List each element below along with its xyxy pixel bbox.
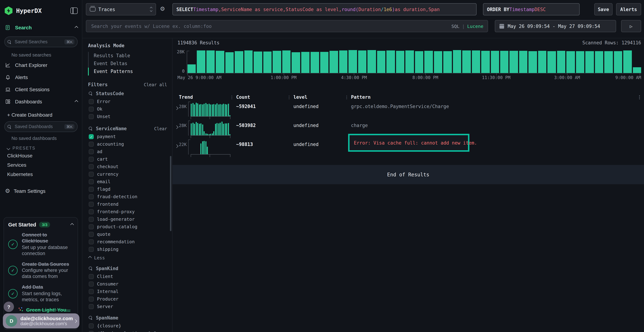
filter-option-quote[interactable]: quote — [88, 230, 167, 238]
event-search-input[interactable] — [90, 23, 448, 29]
highlighted-pattern-box[interactable]: Error: Visa cache full: cannot add new i… — [348, 134, 470, 152]
search-icon[interactable] — [89, 316, 93, 320]
chevron-up-icon[interactable] — [70, 223, 74, 226]
filter-option-flagd-evaluation[interactable]: /flagd.evaluation.v1.Se… — [88, 330, 167, 332]
create-dashboard-button[interactable]: + Create Dashboard — [4, 108, 78, 118]
filter-option-payment[interactable]: ✓payment — [88, 133, 167, 140]
filter-option-product-catalog[interactable]: product-catalog — [88, 223, 167, 230]
clear-all-link[interactable]: Clear all — [144, 82, 167, 87]
sidebar-collapse-icon[interactable] — [70, 8, 78, 14]
filter-option-currency[interactable]: currency — [88, 170, 167, 178]
expand-chevron-icon[interactable] — [175, 144, 178, 148]
checkbox[interactable] — [89, 247, 94, 252]
query-language-toggle[interactable]: SQL | Lucene — [451, 24, 483, 29]
filter-option-client[interactable]: Client — [88, 272, 167, 280]
filter-option-email[interactable]: email — [88, 178, 167, 185]
expand-chevron-icon[interactable] — [175, 126, 178, 129]
filter-option-shipping[interactable]: shipping — [88, 246, 167, 253]
column-header-trend[interactable]: Trend — [179, 94, 193, 100]
filter-option-load-generator[interactable]: load-generator — [88, 215, 167, 223]
event-search-bar[interactable]: SQL | Lucene — [86, 20, 488, 32]
run-query-button[interactable]: ▷ — [621, 20, 641, 32]
filter-option-ok[interactable]: Ok — [88, 105, 167, 113]
filter-option-recommendation[interactable]: recommendation — [88, 238, 167, 246]
results-histogram[interactable]: 28K 0 — [187, 50, 641, 73]
checkbox[interactable] — [89, 99, 94, 104]
checkbox[interactable] — [89, 172, 94, 176]
filter-option-ad[interactable]: ad — [88, 148, 167, 155]
lucene-toggle[interactable]: Lucene — [467, 24, 483, 29]
checkbox[interactable] — [89, 232, 94, 237]
column-header-level[interactable]: level — [294, 94, 307, 100]
column-header-count[interactable]: Count — [236, 94, 250, 100]
expand-chevron-icon[interactable] — [175, 106, 178, 110]
clear-link[interactable]: Clear — [154, 126, 167, 131]
saved-searches-field[interactable] — [14, 39, 64, 45]
checkbox[interactable] — [89, 164, 94, 169]
mode-results-table[interactable]: Results Table — [89, 52, 167, 60]
column-header-pattern[interactable]: Pattern — [351, 94, 371, 100]
sidebar-item-alerts[interactable]: Alerts — [4, 71, 78, 83]
saved-dashboards-input[interactable]: ⌘K — [4, 121, 78, 132]
checkbox[interactable] — [89, 289, 94, 294]
checkbox[interactable] — [89, 179, 94, 184]
filter-option-flagd[interactable]: flagd — [88, 185, 167, 193]
order-by-editor[interactable]: ORDER BY Timestamp DESC — [483, 3, 580, 16]
search-icon[interactable] — [89, 127, 93, 130]
sidebar-item-chart-explorer[interactable]: Chart Explorer — [4, 59, 78, 71]
sql-select-editor[interactable]: SELECT Timestamp, ServiceName as service… — [172, 3, 476, 16]
checkbox[interactable] — [89, 323, 94, 328]
filter-option-cart[interactable]: cart — [88, 155, 167, 163]
show-less-toggle[interactable]: Less — [89, 254, 167, 262]
mode-event-patterns[interactable]: Event Patterns — [89, 68, 167, 76]
table-menu-icon[interactable]: ⋮ — [637, 94, 642, 100]
checkbox[interactable] — [89, 304, 94, 309]
sql-toggle[interactable]: SQL — [451, 24, 460, 29]
checkbox[interactable] — [89, 274, 94, 279]
checkbox[interactable] — [89, 186, 94, 192]
checkbox[interactable] — [89, 224, 94, 229]
filter-option-frontend-proxy[interactable]: frontend-proxy — [88, 208, 167, 215]
checkbox[interactable] — [89, 239, 94, 244]
checkbox[interactable] — [89, 331, 94, 332]
alerts-button[interactable]: Alerts — [616, 3, 641, 16]
mode-event-deltas[interactable]: Event Deltas — [89, 60, 167, 68]
sidebar-item-team-settings[interactable]: ⚙ Team Settings — [4, 188, 78, 194]
chevron-up-icon[interactable] — [74, 100, 78, 104]
filter-option-checkout[interactable]: checkout — [88, 163, 167, 170]
checkbox-checked[interactable]: ✓ — [89, 134, 94, 139]
preset-item-services[interactable]: Services — [4, 160, 78, 170]
filter-option-frontend[interactable]: frontend — [88, 200, 167, 208]
time-range-picker[interactable]: May 26 09:09:54 - May 27 09:09:54 — [495, 20, 616, 32]
checkbox[interactable] — [89, 156, 94, 162]
help-button[interactable]: ? — [4, 302, 14, 312]
checkbox[interactable] — [89, 216, 94, 222]
checkbox[interactable] — [89, 106, 94, 112]
checkbox[interactable] — [89, 282, 94, 286]
filter-option-internal[interactable]: Internal — [88, 288, 167, 295]
filter-option-server[interactable]: Server — [88, 303, 167, 310]
sidebar-item-client-sessions[interactable]: Client Sessions — [4, 83, 78, 96]
search-icon[interactable] — [89, 266, 93, 270]
source-select[interactable]: Traces — [86, 3, 156, 16]
filter-option-error[interactable]: Error — [88, 98, 167, 105]
saved-searches-input[interactable]: ⌘K — [4, 36, 78, 47]
save-button[interactable]: Save — [594, 3, 612, 16]
filter-option-producer[interactable]: Producer — [88, 295, 167, 303]
checkbox[interactable] — [89, 194, 94, 199]
preset-item-clickhouse[interactable]: ClickHouse — [4, 151, 78, 160]
scrollbar-thumb[interactable] — [170, 156, 172, 231]
checklist-item[interactable]: ✓ Connect to ClickHouse Set up your data… — [8, 232, 73, 257]
source-settings-gear-icon[interactable]: ⚙ — [160, 6, 165, 12]
saved-dashboards-field[interactable] — [14, 124, 64, 130]
search-icon[interactable] — [89, 92, 93, 96]
column-handle-icon[interactable]: ⋮ — [287, 95, 291, 100]
checklist-item[interactable]: ✓ Add Data Start sending logs, metrics, … — [8, 284, 73, 303]
filter-option-accounting[interactable]: accounting — [88, 140, 167, 148]
checkbox[interactable] — [89, 202, 94, 206]
checkbox[interactable] — [89, 209, 94, 214]
filter-option-consumer[interactable]: Consumer — [88, 280, 167, 288]
filter-option-fraud-detection[interactable]: fraud-detection — [88, 193, 167, 200]
checkbox[interactable] — [89, 149, 94, 154]
filter-option-unset[interactable]: Unset — [88, 113, 167, 120]
